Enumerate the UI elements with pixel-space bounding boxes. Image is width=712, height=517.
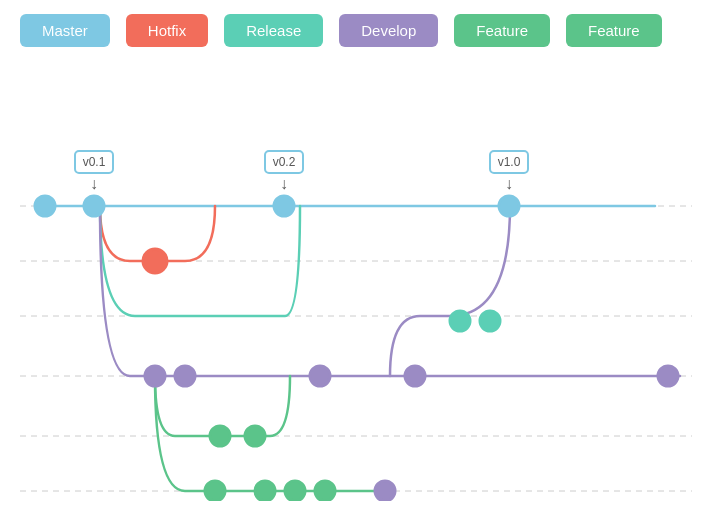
develop-branch-line	[100, 206, 680, 376]
legend-feature1: Feature	[454, 14, 550, 47]
develop-node-2	[175, 366, 195, 386]
develop-node-5	[658, 366, 678, 386]
develop-node-3	[310, 366, 330, 386]
feature2-node-3	[285, 481, 305, 501]
legend-develop: Develop	[339, 14, 438, 47]
release-node-2	[480, 311, 500, 331]
develop-node-4	[405, 366, 425, 386]
feature2-branch-line	[155, 376, 385, 491]
version-label-v02: v0.2	[273, 155, 296, 169]
master-node-v02	[274, 196, 294, 216]
legend-master: Master	[20, 14, 110, 47]
master-node-1	[35, 196, 55, 216]
version-label-v01: v0.1	[83, 155, 106, 169]
feature2-end-node	[375, 481, 395, 501]
graph-svg: v0.1 ↓ v0.2 ↓ v1.0 ↓	[0, 61, 712, 501]
arrow-v10: ↓	[505, 175, 513, 192]
feature2-node-2	[255, 481, 275, 501]
release-node-1	[450, 311, 470, 331]
develop-node-1	[145, 366, 165, 386]
feature1-node-1	[210, 426, 230, 446]
feature1-node-2	[245, 426, 265, 446]
arrow-v01: ↓	[90, 175, 98, 192]
master-node-v10	[499, 196, 519, 216]
version-label-v10: v1.0	[498, 155, 521, 169]
legend-feature2: Feature	[566, 14, 662, 47]
arrow-v02: ↓	[280, 175, 288, 192]
legend-release: Release	[224, 14, 323, 47]
develop-rejoin-line	[390, 206, 510, 376]
legend-hotfix: Hotfix	[126, 14, 208, 47]
feature2-node-4	[315, 481, 335, 501]
legend: Master Hotfix Release Develop Feature Fe…	[0, 0, 712, 61]
feature2-node-1	[205, 481, 225, 501]
graph-area: v0.1 ↓ v0.2 ↓ v1.0 ↓	[0, 61, 712, 501]
hotfix-node-1	[143, 249, 167, 273]
master-node-v01	[84, 196, 104, 216]
